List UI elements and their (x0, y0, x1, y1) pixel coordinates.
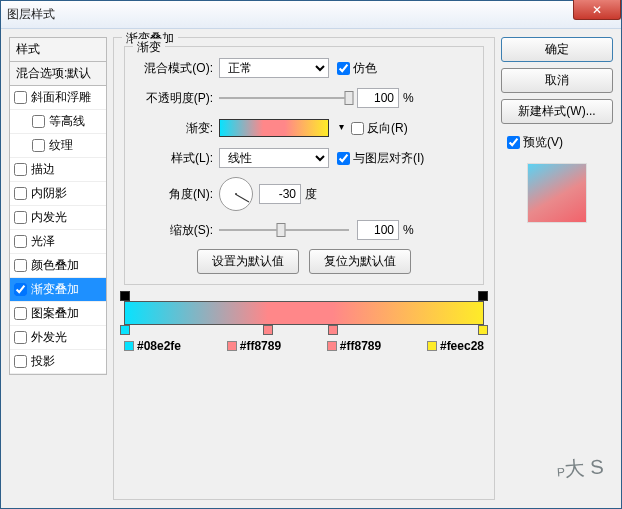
sidebar-item-11[interactable]: 投影 (10, 350, 106, 374)
effect-label: 内发光 (31, 209, 67, 226)
effect-checkbox[interactable] (14, 307, 27, 320)
gradient-picker[interactable] (219, 119, 329, 137)
blend-mode-select[interactable]: 正常 (219, 58, 329, 78)
effect-checkbox[interactable] (14, 355, 27, 368)
new-style-button[interactable]: 新建样式(W)... (501, 99, 613, 124)
styles-sidebar: 样式 混合选项:默认 斜面和浮雕等高线纹理描边内阴影内发光光泽颜色叠加渐变叠加图… (9, 37, 107, 500)
sidebar-item-2[interactable]: 纹理 (10, 134, 106, 158)
reverse-input[interactable] (351, 122, 364, 135)
sidebar-item-0[interactable]: 斜面和浮雕 (10, 86, 106, 110)
scale-slider[interactable] (219, 220, 349, 240)
stop-labels: #08e2fe#ff8789#ff8789#feec28 (124, 339, 484, 353)
layer-style-dialog: 图层样式 ✕ 样式 混合选项:默认 斜面和浮雕等高线纹理描边内阴影内发光光泽颜色… (0, 0, 622, 509)
effect-label: 颜色叠加 (31, 257, 79, 274)
effect-label: 内阴影 (31, 185, 67, 202)
opacity-slider[interactable] (219, 88, 349, 108)
effect-checkbox[interactable] (14, 187, 27, 200)
sidebar-item-3[interactable]: 描边 (10, 158, 106, 182)
reset-default-button[interactable]: 复位为默认值 (309, 249, 411, 274)
close-icon: ✕ (592, 3, 602, 17)
scale-input[interactable] (357, 220, 399, 240)
opacity-input[interactable] (357, 88, 399, 108)
effect-label: 外发光 (31, 329, 67, 346)
close-button[interactable]: ✕ (573, 0, 621, 20)
sidebar-item-5[interactable]: 内发光 (10, 206, 106, 230)
preview-input[interactable] (507, 136, 520, 149)
scale-slider-thumb[interactable] (277, 223, 286, 237)
angle-unit: 度 (305, 186, 317, 203)
dialog-content: 样式 混合选项:默认 斜面和浮雕等高线纹理描边内阴影内发光光泽颜色叠加渐变叠加图… (1, 29, 621, 508)
effect-checkbox[interactable] (14, 91, 27, 104)
align-checkbox[interactable]: 与图层对齐(I) (337, 150, 424, 167)
opacity-stop[interactable] (120, 291, 130, 301)
opacity-label: 不透明度(P): (137, 90, 213, 107)
scale-label: 缩放(S): (137, 222, 213, 239)
sidebar-header-styles[interactable]: 样式 (9, 37, 107, 61)
effect-checkbox[interactable] (32, 115, 45, 128)
effect-label: 光泽 (31, 233, 55, 250)
color-stop[interactable] (263, 325, 273, 335)
opacity-stop[interactable] (478, 291, 488, 301)
color-stop[interactable] (120, 325, 130, 335)
preview-swatch (527, 163, 587, 223)
effect-label: 纹理 (49, 137, 73, 154)
dither-input[interactable] (337, 62, 350, 75)
gradient-overlay-section: 渐变叠加 渐变 混合模式(O): 正常 仿色 不透明 (113, 37, 495, 500)
angle-input[interactable] (259, 184, 301, 204)
main-panel: 渐变叠加 渐变 混合模式(O): 正常 仿色 不透明 (113, 37, 613, 500)
gradient-bar[interactable] (124, 301, 484, 325)
sidebar-item-7[interactable]: 颜色叠加 (10, 254, 106, 278)
color-stop[interactable] (478, 325, 488, 335)
stop-hex-label: #ff8789 (227, 339, 281, 353)
titlebar[interactable]: 图层样式 ✕ (1, 1, 621, 29)
angle-label: 角度(N): (137, 186, 213, 203)
swatch-icon (124, 341, 134, 351)
sidebar-item-4[interactable]: 内阴影 (10, 182, 106, 206)
gradient-fieldset: 渐变 混合模式(O): 正常 仿色 不透明度(P): (124, 46, 484, 285)
style-label: 样式(L): (137, 150, 213, 167)
effect-checkbox[interactable] (14, 259, 27, 272)
dither-checkbox[interactable]: 仿色 (337, 60, 377, 77)
effect-checkbox[interactable] (32, 139, 45, 152)
opacity-unit: % (403, 91, 414, 105)
angle-dial[interactable] (219, 177, 253, 211)
effect-checkbox[interactable] (14, 235, 27, 248)
cancel-button[interactable]: 取消 (501, 68, 613, 93)
effect-label: 渐变叠加 (31, 281, 79, 298)
sidebar-item-1[interactable]: 等高线 (10, 110, 106, 134)
right-column: 确定 取消 新建样式(W)... 预览(V) (501, 37, 613, 500)
effect-checkbox[interactable] (14, 211, 27, 224)
reverse-checkbox[interactable]: 反向(R) (351, 120, 408, 137)
preview-checkbox[interactable]: 预览(V) (501, 134, 613, 151)
gradient-editor: #08e2fe#ff8789#ff8789#feec28 (124, 301, 484, 353)
style-select[interactable]: 线性 (219, 148, 329, 168)
effect-checkbox[interactable] (14, 331, 27, 344)
swatch-icon (427, 341, 437, 351)
gradient-label: 渐变: (137, 120, 213, 137)
scale-unit: % (403, 223, 414, 237)
swatch-icon (227, 341, 237, 351)
effect-label: 图案叠加 (31, 305, 79, 322)
effect-label: 投影 (31, 353, 55, 370)
ok-button[interactable]: 确定 (501, 37, 613, 62)
stop-hex-label: #ff8789 (327, 339, 381, 353)
stop-hex-label: #08e2fe (124, 339, 181, 353)
sidebar-item-8[interactable]: 渐变叠加 (10, 278, 106, 302)
set-default-button[interactable]: 设置为默认值 (197, 249, 299, 274)
stop-hex-label: #feec28 (427, 339, 484, 353)
effect-checkbox[interactable] (14, 283, 27, 296)
blend-mode-label: 混合模式(O): (137, 60, 213, 77)
effect-label: 等高线 (49, 113, 85, 130)
color-stop[interactable] (328, 325, 338, 335)
effect-checkbox[interactable] (14, 163, 27, 176)
sidebar-header-blend[interactable]: 混合选项:默认 (9, 61, 107, 85)
align-input[interactable] (337, 152, 350, 165)
sidebar-item-9[interactable]: 图案叠加 (10, 302, 106, 326)
sidebar-item-10[interactable]: 外发光 (10, 326, 106, 350)
window-title: 图层样式 (7, 6, 55, 23)
opacity-slider-thumb[interactable] (345, 91, 354, 105)
sub-title: 渐变 (133, 39, 165, 56)
sidebar-item-6[interactable]: 光泽 (10, 230, 106, 254)
effects-list: 斜面和浮雕等高线纹理描边内阴影内发光光泽颜色叠加渐变叠加图案叠加外发光投影 (9, 85, 107, 375)
swatch-icon (327, 341, 337, 351)
